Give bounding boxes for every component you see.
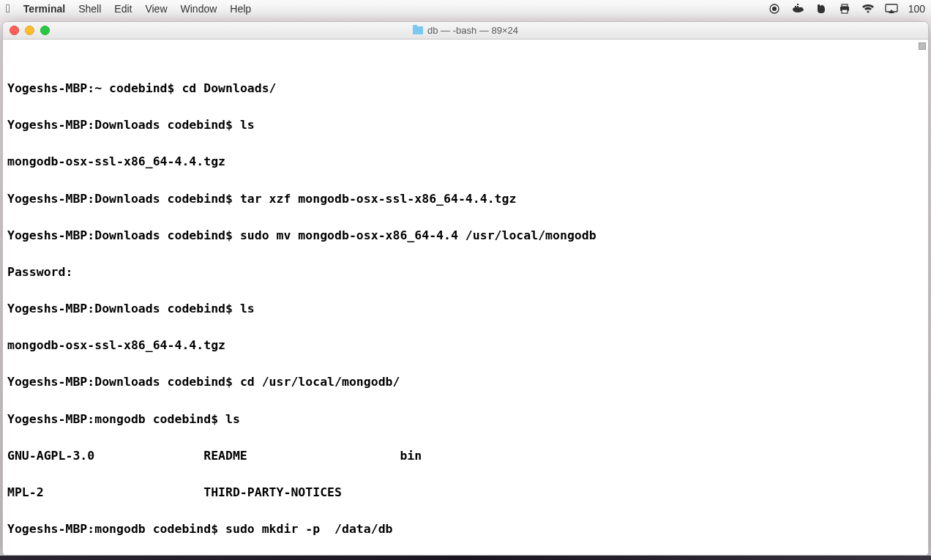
wifi-icon[interactable] bbox=[861, 2, 875, 15]
ls-item: MPL-2 bbox=[7, 483, 203, 501]
terminal-line: Yogeshs-MBP:Downloads codebind$ cd /usr/… bbox=[7, 373, 924, 391]
terminal-line: mongodb-osx-ssl-x86_64-4.4.tgz bbox=[7, 336, 924, 354]
terminal-line: Yogeshs-MBP:mongodb codebind$ ls bbox=[7, 410, 924, 428]
menubar-left:  Terminal Shell Edit View Window Help bbox=[6, 2, 251, 15]
window-title-text: db — -bash — 89×24 bbox=[427, 25, 518, 36]
terminal-line: Yogeshs-MBP:~ codebind$ cd Downloads/ bbox=[7, 79, 924, 97]
terminal-line: Yogeshs-MBP:Downloads codebind$ ls bbox=[7, 299, 924, 318]
window-title: db — -bash — 89×24 bbox=[3, 25, 928, 36]
ls-item: GNU-AGPL-3.0 bbox=[7, 447, 203, 465]
menu-shell[interactable]: Shell bbox=[78, 3, 101, 15]
desktop-background bbox=[0, 556, 931, 560]
traffic-lights bbox=[3, 26, 50, 35]
terminal-line: Password: bbox=[7, 263, 924, 281]
svg-rect-4 bbox=[842, 10, 848, 13]
printer-icon[interactable] bbox=[838, 2, 851, 15]
terminal-line: Yogeshs-MBP:Downloads codebind$ tar xzf … bbox=[7, 190, 924, 208]
apple-logo-icon[interactable]:  bbox=[6, 2, 10, 15]
window-titlebar[interactable]: db — -bash — 89×24 bbox=[3, 22, 928, 40]
svg-rect-2 bbox=[842, 4, 848, 7]
maximize-button[interactable] bbox=[40, 26, 50, 35]
terminal-window: db — -bash — 89×24 Yogeshs-MBP:~ codebin… bbox=[2, 21, 929, 556]
ls-item: README bbox=[203, 447, 400, 465]
terminal-body[interactable]: Yogeshs-MBP:~ codebind$ cd Downloads/ Yo… bbox=[3, 40, 928, 555]
menubar-app-name[interactable]: Terminal bbox=[23, 3, 65, 15]
battery-percent[interactable]: 100 bbox=[908, 3, 925, 15]
folder-icon bbox=[413, 26, 423, 34]
svg-point-1 bbox=[772, 7, 777, 11]
terminal-line: mongodb-osx-ssl-x86_64-4.4.tgz bbox=[7, 152, 924, 171]
menubar-right: 100 bbox=[768, 2, 925, 15]
terminal-line: Yogeshs-MBP:mongodb codebind$ sudo mkdir… bbox=[7, 520, 924, 538]
menu-edit[interactable]: Edit bbox=[114, 3, 132, 15]
ls-output-row: GNU-AGPL-3.0READMEbin bbox=[7, 447, 924, 465]
airplay-icon[interactable] bbox=[885, 2, 898, 15]
macos-menubar:  Terminal Shell Edit View Window Help 1… bbox=[0, 0, 931, 18]
terminal-line: Yogeshs-MBP:Downloads codebind$ ls bbox=[7, 116, 924, 134]
ls-item: THIRD-PARTY-NOTICES bbox=[203, 483, 400, 501]
ls-item: bin bbox=[400, 447, 422, 465]
menu-help[interactable]: Help bbox=[230, 3, 251, 15]
menu-window[interactable]: Window bbox=[181, 3, 217, 15]
record-icon[interactable] bbox=[768, 2, 781, 15]
close-button[interactable] bbox=[10, 26, 19, 35]
evernote-icon[interactable] bbox=[815, 2, 828, 15]
menu-view[interactable]: View bbox=[145, 3, 167, 15]
terminal-line: Yogeshs-MBP:Downloads codebind$ sudo mv … bbox=[7, 226, 924, 244]
ls-output-row: MPL-2THIRD-PARTY-NOTICES bbox=[7, 483, 924, 501]
docker-icon[interactable] bbox=[791, 2, 804, 15]
scroll-indicator[interactable] bbox=[919, 42, 926, 50]
minimize-button[interactable] bbox=[25, 26, 34, 35]
